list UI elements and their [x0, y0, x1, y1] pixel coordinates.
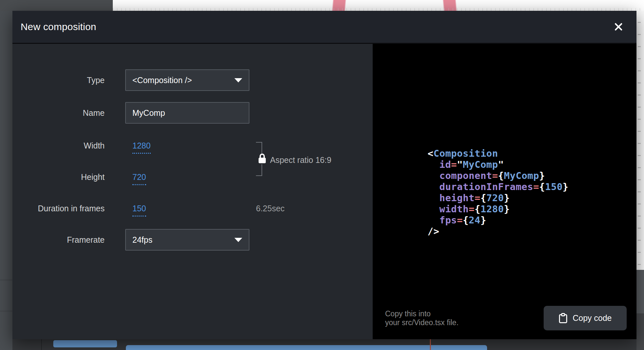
lock-icon	[258, 153, 267, 164]
timeline-divider	[41, 339, 42, 350]
copy-code-button[interactable]: Copy code	[544, 306, 627, 330]
timeline-playhead	[430, 339, 431, 350]
canvas-ruler-ticks	[113, 8, 644, 11]
copy-hint-line1: Copy this into	[385, 309, 459, 318]
framerate-select[interactable]: 24fps	[125, 229, 249, 251]
background-divider	[0, 280, 12, 280]
width-label: Width	[12, 141, 105, 150]
code-block: <Composition id="MyComp" component={MyCo…	[428, 148, 568, 237]
background-left-strip	[0, 11, 12, 350]
type-select-value: <Composition />	[132, 76, 192, 85]
aspect-bracket	[262, 164, 262, 176]
width-value-link[interactable]: 1280	[132, 141, 151, 154]
copy-hint: Copy this into your src/Video.tsx file.	[385, 309, 459, 327]
copy-hint-line2: your src/Video.tsx file.	[385, 318, 459, 327]
background-right-panel	[636, 270, 644, 313]
background-canvas-strip	[113, 0, 644, 11]
background-timeline	[12, 339, 636, 350]
background-divider	[0, 311, 12, 311]
copy-code-label: Copy code	[573, 313, 612, 323]
background-right-panel-lower	[636, 313, 644, 350]
close-button[interactable]	[611, 20, 626, 34]
height-value-link[interactable]: 720	[132, 172, 146, 185]
background-left-panel-top	[0, 0, 113, 11]
framerate-select-value: 24fps	[132, 235, 152, 245]
framerate-label: Framerate	[12, 235, 105, 245]
duration-seconds-readout: 6.25sec	[256, 203, 285, 213]
aspect-ratio-label: Aspect ratio 16:9	[270, 155, 331, 165]
new-composition-dialog: New composition Type Name Width Height D…	[12, 11, 636, 339]
code-preview-panel: <Composition id="MyComp" component={MyCo…	[373, 44, 636, 339]
height-label: Height	[12, 172, 105, 182]
close-icon	[614, 22, 623, 32]
aspect-bracket	[262, 142, 262, 154]
name-label: Name	[12, 108, 105, 118]
clipboard-icon	[559, 313, 568, 324]
dialog-titlebar: New composition	[12, 11, 636, 43]
remotion-editor-screen: New composition Type Name Width Height D…	[0, 0, 644, 350]
background-right-ruler	[636, 11, 644, 270]
chevron-down-icon	[234, 78, 242, 82]
duration-label: Duration in frames	[12, 203, 105, 213]
timeline-clip-large	[126, 345, 487, 350]
type-select[interactable]: <Composition />	[125, 69, 249, 91]
chevron-down-icon	[234, 238, 242, 242]
composition-form-panel: Type Name Width Height Duration in frame…	[12, 44, 373, 339]
timeline-clip-small	[53, 340, 117, 347]
aspect-bracket	[256, 175, 262, 176]
name-input[interactable]	[125, 102, 249, 124]
type-label: Type	[12, 75, 105, 85]
dialog-title: New composition	[21, 11, 96, 43]
duration-value-link[interactable]: 150	[132, 203, 146, 217]
